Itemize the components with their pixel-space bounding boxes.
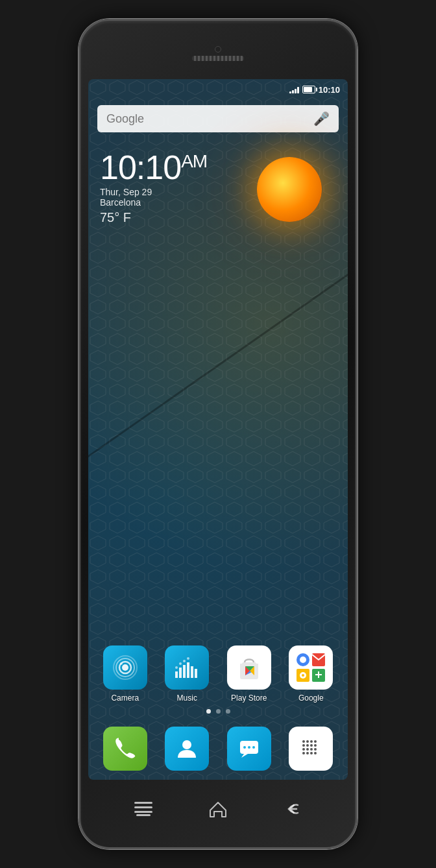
dock: [88, 720, 348, 780]
svg-rect-8: [187, 662, 189, 678]
svg-rect-30: [318, 671, 319, 678]
dot-2: [216, 709, 221, 714]
playstore-icon: [227, 645, 271, 690]
svg-point-13: [183, 660, 186, 662]
svg-rect-9: [191, 666, 193, 678]
svg-rect-16: [239, 661, 243, 664]
svg-point-48: [314, 748, 317, 751]
svg-point-35: [248, 746, 250, 749]
svg-point-11: [175, 666, 178, 669]
svg-marker-33: [241, 754, 248, 758]
page-indicator: [88, 703, 348, 720]
app-music[interactable]: Music: [160, 645, 215, 703]
svg-point-49: [302, 752, 305, 754]
back-button[interactable]: [276, 796, 309, 822]
svg-point-12: [179, 662, 182, 665]
svg-point-27: [302, 674, 304, 677]
shadow-line: [88, 216, 348, 515]
dock-apps[interactable]: [284, 727, 339, 771]
home-button[interactable]: [202, 796, 234, 822]
weather-widget: 10:10AM Thur, Sep 29 Barcelona 75° F: [88, 138, 348, 645]
camera-icon: [103, 645, 147, 690]
bottom-bezel: [87, 780, 349, 838]
svg-point-46: [306, 748, 309, 751]
contacts-icon: [165, 727, 209, 771]
svg-point-36: [252, 746, 255, 749]
svg-point-23: [300, 657, 306, 663]
svg-rect-10: [195, 669, 197, 678]
all-apps-icon: [289, 727, 333, 771]
app-camera[interactable]: Camera: [97, 645, 153, 703]
app-playstore[interactable]: Play Store: [221, 645, 277, 703]
top-bezel: [87, 27, 349, 79]
svg-rect-53: [134, 802, 152, 804]
svg-marker-57: [210, 802, 226, 817]
svg-point-4: [120, 662, 123, 665]
dock-contacts[interactable]: [160, 727, 215, 771]
svg-rect-17: [256, 661, 260, 664]
svg-point-52: [314, 752, 317, 754]
google-label-app: Google: [298, 693, 324, 703]
apps-grid: Camera: [88, 645, 348, 703]
svg-point-42: [306, 744, 309, 747]
speaker-grille: [192, 56, 244, 61]
svg-point-41: [302, 744, 305, 747]
signal-icon: [289, 86, 299, 93]
svg-point-45: [302, 748, 305, 751]
dock-messages[interactable]: [221, 727, 277, 771]
svg-point-3: [122, 664, 128, 671]
phone-icon: [103, 727, 147, 771]
svg-point-51: [310, 752, 313, 754]
svg-rect-5: [175, 671, 178, 678]
svg-point-50: [306, 752, 309, 754]
dot-1: [206, 709, 211, 714]
svg-point-14: [187, 657, 189, 660]
svg-point-44: [314, 744, 317, 747]
svg-point-31: [182, 740, 191, 749]
playstore-label: Play Store: [231, 693, 267, 703]
svg-point-34: [243, 746, 246, 749]
svg-point-37: [302, 740, 305, 743]
svg-rect-7: [183, 665, 186, 678]
phone-device: 10:10 Google 🎤 10:10AM Thur, Sep 29 Barc…: [79, 19, 357, 849]
sun-illustration: [250, 151, 328, 228]
battery-icon: [302, 86, 315, 93]
svg-rect-54: [134, 806, 152, 808]
front-camera: [215, 46, 221, 53]
messages-icon: [227, 727, 271, 771]
dot-3: [226, 709, 230, 714]
phone-screen: 10:10 Google 🎤 10:10AM Thur, Sep 29 Barc…: [88, 79, 348, 780]
svg-rect-56: [136, 814, 151, 816]
dock-phone[interactable]: [97, 727, 153, 771]
google-search-bar[interactable]: Google 🎤: [97, 105, 339, 132]
svg-point-39: [310, 740, 313, 743]
svg-point-47: [310, 748, 313, 751]
status-bar: 10:10: [88, 79, 348, 100]
camera-label: Camera: [111, 693, 139, 703]
menu-button[interactable]: [127, 796, 160, 822]
svg-rect-6: [179, 668, 182, 678]
music-icon: [165, 645, 209, 690]
svg-point-40: [314, 740, 317, 743]
svg-point-38: [306, 740, 309, 743]
mic-icon[interactable]: 🎤: [313, 111, 330, 127]
svg-point-43: [310, 744, 313, 747]
google-label: Google: [106, 112, 313, 126]
google-icon: [289, 645, 333, 690]
app-google[interactable]: Google: [284, 645, 339, 703]
svg-rect-55: [134, 811, 152, 813]
status-time: 10:10: [319, 85, 340, 95]
music-label: Music: [177, 693, 197, 703]
